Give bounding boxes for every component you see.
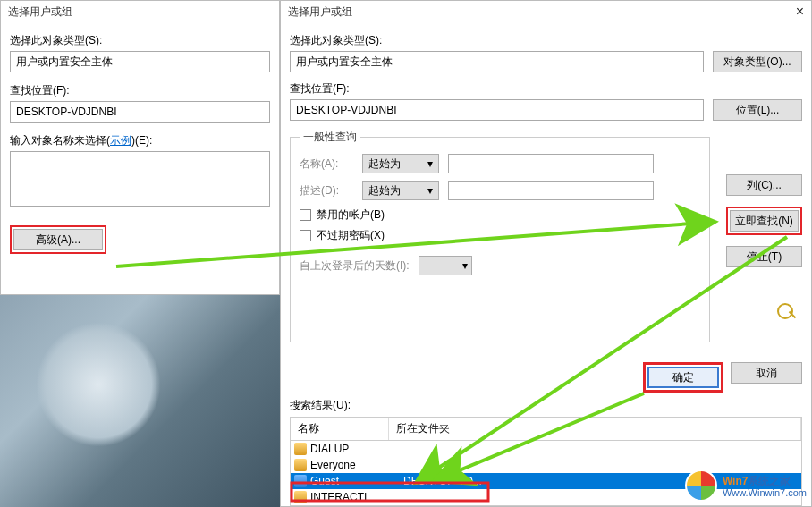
location-label: 查找位置(F): — [10, 83, 270, 98]
general-query-frame-title: 一般性查询 — [300, 130, 360, 145]
columns-button[interactable]: 列(C)... — [726, 174, 802, 196]
group-icon — [294, 459, 307, 471]
search-results-label: 搜索结果(U): — [290, 398, 802, 413]
object-type-field — [10, 51, 270, 72]
close-icon[interactable]: × — [796, 1, 804, 22]
group-icon — [294, 443, 307, 455]
ok-button[interactable]: 确定 — [647, 367, 719, 388]
object-type-field — [290, 51, 704, 72]
cell-name: Guest — [310, 475, 400, 487]
cell-name: Everyone — [310, 459, 400, 471]
window-title: 选择用户或组 × — [281, 1, 811, 22]
advanced-button[interactable]: 高级(A)... — [13, 229, 103, 250]
disabled-accounts-checkbox[interactable] — [300, 209, 311, 221]
desktop-wallpaper — [0, 295, 280, 507]
location-field — [290, 99, 704, 121]
chevron-down-icon: ▾ — [462, 259, 468, 272]
description-match-select[interactable]: 起始为▾ — [362, 181, 439, 200]
location-label: 查找位置(F): — [290, 81, 802, 97]
object-type-label: 选择此对象类型(S): — [10, 33, 270, 48]
object-types-button[interactable]: 对象类型(O)... — [713, 51, 802, 72]
watermark: Win7系统之家 Www.Winwin7.com — [685, 469, 807, 502]
no-expire-checkbox[interactable] — [300, 230, 311, 241]
search-icon — [777, 303, 802, 321]
col-folder[interactable]: 所在文件夹 — [389, 418, 801, 440]
title-text: 选择用户或组 — [288, 1, 352, 22]
title-text: 选择用户或组 — [8, 1, 72, 22]
cell-name: INTERACTI — [310, 491, 400, 503]
description-label: 描述(D): — [300, 183, 353, 199]
days-since-logon-label: 自上次登录后的天数(I): — [300, 258, 410, 274]
enter-names-label: 输入对象名称来选择(示例)(E): — [10, 133, 270, 148]
chevron-down-icon: ▾ — [427, 184, 433, 197]
cell-name: DIALUP — [310, 443, 400, 455]
watermark-logo-icon — [685, 469, 717, 502]
find-now-button[interactable]: 立即查找(N) — [730, 210, 799, 232]
object-type-label: 选择此对象类型(S): — [290, 33, 802, 48]
disabled-accounts-label: 禁用的帐户(B) — [317, 207, 385, 223]
description-input[interactable] — [448, 181, 654, 200]
user-icon — [294, 475, 307, 487]
no-expire-label: 不过期密码(X) — [317, 228, 385, 243]
table-row[interactable]: DIALUP — [291, 441, 801, 457]
example-link[interactable]: 示例 — [110, 134, 131, 147]
object-names-input[interactable] — [10, 151, 270, 207]
select-user-dialog-advanced: 选择用户或组 × 选择此对象类型(S): 对象类型(O)... 查找位置(F):… — [280, 0, 812, 507]
locations-button[interactable]: 位置(L)... — [713, 99, 802, 121]
col-name[interactable]: 名称 — [291, 418, 389, 440]
location-field — [10, 101, 270, 123]
days-since-logon-select[interactable]: ▾ — [419, 256, 472, 275]
name-label: 名称(A): — [300, 156, 353, 172]
name-input[interactable] — [448, 154, 654, 173]
window-title: 选择用户或组 — [1, 1, 279, 22]
stop-button[interactable]: 停止(T) — [726, 246, 802, 267]
group-icon — [294, 491, 307, 503]
chevron-down-icon: ▾ — [427, 157, 433, 170]
name-match-select[interactable]: 起始为▾ — [362, 154, 439, 173]
select-user-dialog-basic: 选择用户或组 选择此对象类型(S): 查找位置(F): 输入对象名称来选择(示例… — [0, 0, 280, 295]
cancel-button[interactable]: 取消 — [731, 362, 802, 384]
results-table-header: 名称 所在文件夹 — [290, 417, 802, 440]
